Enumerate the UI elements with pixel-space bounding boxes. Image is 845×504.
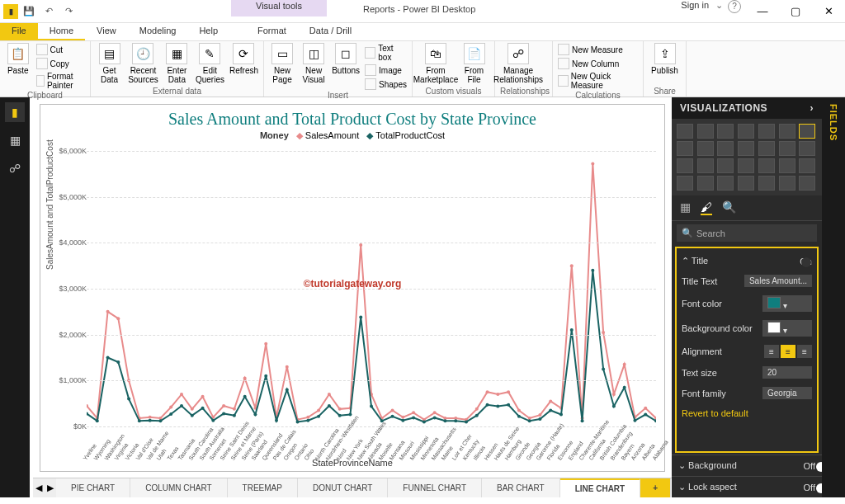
from-marketplace-button[interactable]: 🛍From Marketplace	[418, 43, 454, 84]
copy-button[interactable]: Copy	[36, 57, 86, 70]
visual-type-item[interactable]	[697, 158, 714, 173]
publish-button[interactable]: ⇪Publish	[649, 43, 681, 75]
sheet-tab[interactable]: DONUT CHART	[298, 478, 388, 497]
text-size-stepper[interactable]: 20	[762, 366, 812, 379]
tab-datadrill[interactable]: Data / Drill	[298, 23, 363, 40]
close-button[interactable]: ✕	[812, 0, 845, 23]
new-visual-button[interactable]: ◫New Visual	[300, 43, 327, 84]
analytics-pane-icon[interactable]: 🔍	[722, 200, 736, 215]
tab-format[interactable]: Format	[246, 23, 298, 40]
y-tick: $6,000K	[59, 147, 87, 155]
new-quick-measure-button[interactable]: New Quick Measure	[558, 71, 638, 91]
visual-type-item[interactable]	[697, 124, 714, 139]
fields-panel-toggle[interactable]: FIELDS	[822, 97, 845, 497]
align-left-button[interactable]: ≡	[764, 345, 779, 358]
sheet-tab[interactable]: FUNNEL CHART	[388, 478, 482, 497]
data-view-icon[interactable]: ▦	[5, 130, 25, 150]
visual-type-item[interactable]	[738, 158, 754, 173]
background-section-header[interactable]: ⌄ BackgroundOff	[672, 455, 822, 476]
get-data-button[interactable]: ▤Get Data	[96, 43, 123, 84]
visual-type-item[interactable]	[738, 141, 754, 156]
visual-type-item[interactable]	[677, 176, 693, 191]
visual-type-item[interactable]	[799, 141, 815, 156]
visual-type-item[interactable]	[799, 158, 815, 173]
align-right-button[interactable]: ≡	[797, 345, 812, 358]
edit-queries-button[interactable]: ✎Edit Queries	[196, 43, 224, 84]
from-file-button[interactable]: 📄From File	[459, 43, 489, 84]
visual-type-item[interactable]	[738, 124, 754, 139]
sheet-tab[interactable]: TREEMAP	[228, 478, 298, 497]
y-tick: $5,000K	[59, 193, 87, 201]
sign-in-link[interactable]: Sign in	[681, 0, 709, 23]
tab-help[interactable]: Help	[187, 23, 229, 40]
minimize-button[interactable]: —	[746, 0, 779, 23]
enter-data-button[interactable]: ▦Enter Data	[163, 43, 191, 84]
visual-type-item[interactable]	[697, 141, 714, 156]
tab-view[interactable]: View	[85, 23, 128, 40]
new-column-button[interactable]: New Column	[558, 57, 638, 70]
format-search-input[interactable]: 🔍Search	[677, 224, 817, 242]
visual-type-item[interactable]	[779, 141, 795, 156]
visual-type-item[interactable]	[779, 158, 795, 173]
textbox-button[interactable]: Text box	[365, 43, 407, 63]
redo-icon[interactable]: ↷	[59, 2, 78, 21]
sheet-tab[interactable]: BAR CHART	[482, 478, 560, 497]
title-section-header[interactable]: ⌃ TitleOn	[682, 252, 812, 271]
sheet-tab[interactable]: COLUMN CHART	[130, 478, 227, 497]
visual-type-item[interactable]	[717, 141, 734, 156]
visual-type-item[interactable]	[717, 124, 734, 139]
visual-type-item[interactable]	[758, 158, 775, 173]
visual-type-item[interactable]	[717, 176, 734, 191]
format-pane-icon[interactable]: 🖌	[701, 200, 712, 215]
sheet-nav-prev[interactable]: ◀	[33, 478, 45, 497]
visual-type-item[interactable]	[697, 176, 714, 191]
visual-type-item[interactable]	[758, 176, 775, 191]
new-page-button[interactable]: ▭New Page	[269, 43, 295, 84]
report-view-icon[interactable]: ▮	[5, 102, 25, 122]
shapes-button[interactable]: Shapes	[365, 78, 407, 91]
sheet-tab[interactable]: PIE CHART	[56, 478, 130, 497]
recent-sources-button[interactable]: 🕘Recent Sources	[128, 43, 158, 84]
format-painter-button[interactable]: Format Painter	[36, 71, 86, 91]
add-sheet-button[interactable]: +	[640, 478, 671, 497]
model-view-icon[interactable]: ☍	[5, 158, 25, 178]
visual-type-item[interactable]	[758, 141, 775, 156]
visual-type-item[interactable]	[758, 124, 775, 139]
visual-type-item[interactable]	[738, 176, 754, 191]
visual-type-item[interactable]	[677, 141, 693, 156]
cut-button[interactable]: Cut	[36, 43, 86, 56]
chevron-down-icon[interactable]: ⌄	[715, 0, 723, 23]
align-center-button[interactable]: ≡	[781, 345, 795, 358]
visual-type-item[interactable]	[799, 176, 815, 191]
visual-type-item[interactable]	[779, 176, 795, 191]
visual-type-item[interactable]	[779, 124, 795, 139]
manage-relationships-button[interactable]: ☍Manage Relationships	[500, 43, 536, 84]
fields-pane-icon[interactable]: ▦	[680, 200, 691, 215]
undo-icon[interactable]: ↶	[40, 2, 58, 21]
tab-file[interactable]: File	[0, 23, 38, 40]
font-family-select[interactable]: Georgia	[762, 387, 812, 399]
paste-button[interactable]: 📋Paste	[5, 43, 31, 75]
visual-type-item[interactable]	[677, 124, 693, 139]
buttons-button[interactable]: ◻Buttons	[332, 43, 360, 75]
refresh-button[interactable]: ⟳Refresh	[229, 43, 258, 75]
maximize-button[interactable]: ▢	[779, 0, 812, 23]
revert-to-default-link[interactable]: Revert to default	[682, 403, 812, 423]
lock-aspect-section-header[interactable]: ⌄ Lock aspectOff	[672, 476, 822, 497]
chart-visual[interactable]: Sales Amount and Total Product Cost by S…	[40, 104, 665, 472]
help-icon[interactable]: ?	[728, 0, 741, 13]
sheet-nav-next[interactable]: ▶	[45, 478, 56, 497]
save-icon[interactable]: 💾	[20, 2, 38, 21]
image-button[interactable]: Image	[365, 64, 407, 77]
visual-type-item[interactable]	[717, 158, 734, 173]
visualizations-header[interactable]: VISUALIZATIONS›	[672, 97, 822, 119]
bg-color-picker[interactable]: ▾	[762, 320, 812, 337]
visual-type-item[interactable]	[677, 158, 693, 173]
tab-modeling[interactable]: Modeling	[128, 23, 188, 40]
tab-home[interactable]: Home	[38, 23, 85, 40]
title-text-input[interactable]: Sales Amount...	[744, 275, 812, 287]
new-measure-button[interactable]: New Measure	[558, 43, 638, 56]
font-color-picker[interactable]: ▾	[762, 295, 812, 312]
sheet-tab[interactable]: LINE CHART	[560, 478, 641, 497]
visual-type-item[interactable]	[799, 124, 815, 139]
